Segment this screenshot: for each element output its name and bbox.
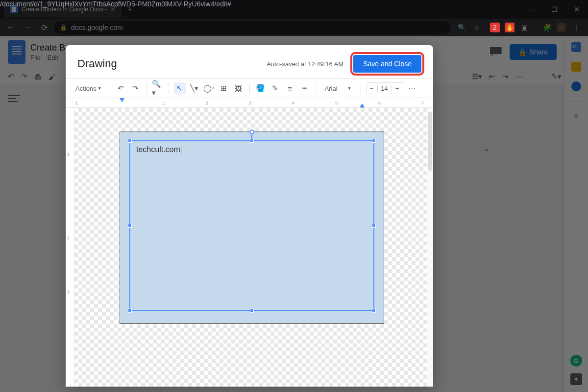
resize-handle-tl[interactable] xyxy=(128,139,132,143)
font-selector[interactable]: Arial▼ xyxy=(321,83,356,94)
textbox-selection[interactable]: techcult.com xyxy=(129,140,374,311)
autosave-status: Auto-saved at 12:49:16 AM xyxy=(267,60,343,68)
undo-icon[interactable]: ↶ xyxy=(115,82,127,94)
drawing-toolbar: Actions▼ ↶ ↷ 🔍▾ ↖ ╲▾ ◯▫ ⊞ 🖼 🪣 ✎ ≡ ┅ Aria… xyxy=(66,78,433,98)
image-tool-icon[interactable]: 🖼 xyxy=(233,82,245,94)
fill-color-icon[interactable]: 🪣 xyxy=(255,82,267,94)
more-tools-icon[interactable]: ⋯ xyxy=(406,82,418,94)
border-color-icon[interactable]: ✎ xyxy=(270,82,281,94)
resize-handle-tm[interactable] xyxy=(250,139,254,143)
textbox-tool-icon[interactable]: ⊞ xyxy=(218,82,230,94)
redo-icon[interactable]: ↷ xyxy=(130,82,142,94)
border-dash-icon[interactable]: ┅ xyxy=(299,82,311,94)
border-weight-icon[interactable]: ≡ xyxy=(284,82,296,94)
textbox-content[interactable]: techcult.com xyxy=(130,141,373,158)
dialog-header: Drawing Auto-saved at 12:49:16 AM Save a… xyxy=(66,45,433,78)
increase-size-button[interactable]: + xyxy=(392,85,403,92)
adblock-ext-icon[interactable]: ✋ xyxy=(505,23,514,32)
browser-toolbar: ← → ⟳ 🔒 docs.google.com/document/d/1_9YU… xyxy=(0,19,588,36)
rotate-handle[interactable] xyxy=(249,130,254,134)
resize-handle-ml[interactable] xyxy=(128,224,132,228)
save-and-close-button[interactable]: Save and Close xyxy=(353,55,421,73)
resize-handle-br[interactable] xyxy=(372,309,376,313)
font-size-value[interactable]: 14 xyxy=(377,85,392,92)
actions-menu[interactable]: Actions▼ xyxy=(73,83,105,94)
todoist-ext-icon[interactable]: 2 xyxy=(490,23,500,32)
zoom-icon[interactable]: 🔍▾ xyxy=(152,82,164,94)
shape-tool-icon[interactable]: ◯▫ xyxy=(203,82,215,94)
canvas-scrollbar[interactable] xyxy=(428,112,432,171)
horizontal-ruler[interactable]: 1 1 2 3 4 5 6 7 xyxy=(66,98,433,108)
font-size-stepper[interactable]: − 14 + xyxy=(366,82,403,94)
address-bar[interactable]: 🔒 docs.google.com/document/d/1_9YUqHxlXv… xyxy=(54,21,451,34)
decrease-size-button[interactable]: − xyxy=(367,85,377,92)
url-text: docs.google.com/document/d/1_9YUqHxlXvYm… xyxy=(71,24,123,31)
drawing-canvas[interactable]: techcult.com xyxy=(74,108,427,387)
drawing-canvas-area: 1 2 3 techcult.com xyxy=(66,108,433,387)
resize-handle-bm[interactable] xyxy=(250,309,254,313)
dialog-title: Drawing xyxy=(77,57,117,70)
text-cursor xyxy=(181,146,181,155)
select-tool-icon[interactable]: ↖ xyxy=(174,82,186,94)
line-tool-icon[interactable]: ╲▾ xyxy=(189,82,200,94)
resize-handle-mr[interactable] xyxy=(372,224,376,228)
resize-handle-tr[interactable] xyxy=(372,139,376,143)
drawing-dialog: Drawing Auto-saved at 12:49:16 AM Save a… xyxy=(66,45,433,387)
vertical-ruler[interactable]: 1 2 3 xyxy=(66,108,74,387)
resize-handle-bl[interactable] xyxy=(128,309,132,313)
